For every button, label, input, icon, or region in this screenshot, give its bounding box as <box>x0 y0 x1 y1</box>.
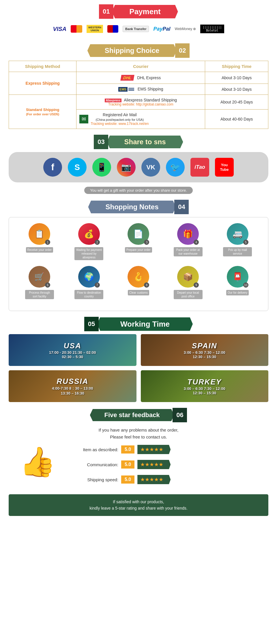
step-8-label: Clear customs <box>128 290 149 295</box>
shipping-header: Shipping Choice 02 <box>9 43 268 58</box>
steps-row-1: 📋1 Receive your order 💰2 Waiting for pay… <box>15 223 262 260</box>
step-7-icon: 🌍7 <box>78 266 100 288</box>
feedback-subtitle-2: Please feel free to contact us. <box>110 434 167 439</box>
airmail-name: Registered Air Mail(China post/epacket-o… <box>91 112 149 122</box>
col-courier: Courier <box>76 61 205 72</box>
ems-logo: EMS <box>118 87 134 92</box>
spain-card: SPAIN 3:00 – 6:30 7:30 – 12:00 12:30 – 1… <box>141 334 269 366</box>
maestro-icon <box>107 25 118 33</box>
spain-times: 3:00 – 6:30 7:30 – 12:00 <box>184 350 225 355</box>
rating-score-3: 5.0 <box>121 475 134 484</box>
ratings-col: Item as described: 5.0 ★★★★★ Communicati… <box>72 445 268 490</box>
thumbs-up-icon: 👍 <box>9 445 66 479</box>
turkey-times: 3:00 – 6:30 7:30 – 12:00 <box>184 386 225 391</box>
col-method: Shipping Method <box>9 61 76 72</box>
ems-time: About 3-10 Days <box>205 84 268 95</box>
share-section: 03 Share to sns f S 📱 📷 VK 🐦 iTao YouTub… <box>0 132 277 197</box>
working-grid: USA 17:00 - 20:30 21:30 – 02:00 02:30 – … <box>9 334 268 402</box>
feedback-header: Five star feedback 06 <box>9 408 268 422</box>
share-header: 03 Share to sns <box>9 135 268 149</box>
russia-times: 4:00-7:30 8：30 – 13:00 <box>52 386 93 391</box>
table-row: Standard Shipping(For order over USD5) A… <box>9 95 268 110</box>
rating-row-2: Communication: 5.0 ★★★★★ <box>72 460 268 469</box>
turkey-card: TURKEY 3:00 – 6:30 7:30 – 12:00 12:30 – … <box>141 370 269 402</box>
russia-card: RUSSIA 4:00-7:30 8：30 – 13:00 13:30 – 16… <box>9 370 136 402</box>
step-5: 🚐5 Pck up by mail service <box>223 223 252 260</box>
whatsapp-icon[interactable]: 📱 <box>92 158 111 177</box>
step-4-label: Pack your order at our warehouse <box>174 247 203 256</box>
ali-tracking: Tracking website: http://global.cainiao.… <box>79 102 202 106</box>
bank-transfer-icon: Bank Transfer <box>123 26 149 32</box>
feedback-section: Five star feedback 06 If you have any pr… <box>0 405 277 519</box>
usa-content: USA 17:00 - 20:30 21:30 – 02:00 02:30 – … <box>49 341 96 359</box>
working-header: 05 Working Time <box>9 317 268 331</box>
step-4-icon: 🎁4 <box>177 223 199 245</box>
notes-number: 04 <box>174 200 189 214</box>
vk-icon[interactable]: VK <box>141 158 160 177</box>
working-title: Working Time <box>97 317 193 331</box>
rating-label-2: Communication: <box>72 462 118 467</box>
step-1-icon: 📋1 <box>29 223 50 245</box>
social-icons-row: f S 📱 📷 VK 🐦 iTao YouTube <box>9 152 268 182</box>
step-5-icon: 🚐5 <box>227 223 248 245</box>
express-method: Express Shipping <box>9 72 76 95</box>
payment-icons-row: VISA WESTERNUNION Bank Transfer PayPal W… <box>6 22 271 36</box>
western-union-icon: WESTERNUNION <box>87 25 103 33</box>
payment-header: 01 Payment <box>6 4 271 19</box>
paypal-icon: PayPal <box>153 26 170 32</box>
webmoney-icon: WebMoney ⊕ <box>175 27 196 31</box>
shopping-notes-section: Shopping Notes 04 📋1 Receive your order … <box>0 197 277 314</box>
notes-header: Shopping Notes 04 <box>9 200 268 214</box>
rating-row-1: Item as described: 5.0 ★★★★★ <box>72 445 268 454</box>
rating-row-3: Shipping speed: 5.0 ★★★★★ <box>72 475 268 484</box>
feedback-number: 06 <box>173 408 187 422</box>
itao-icon[interactable]: iTao <box>190 158 209 177</box>
col-time: Shipping Time <box>205 61 268 72</box>
dhl-time: About 3-10 Days <box>205 72 268 84</box>
usa-times2: 02:30 – 5:30 <box>49 355 96 359</box>
dhl-logo: DHL <box>120 75 134 81</box>
payment-title: Payment <box>112 5 178 18</box>
step-7: 🌍7 Flow to destination country <box>74 266 103 299</box>
share-gift-text: You will get a gift with your order afte… <box>84 187 193 194</box>
shipping-table: Shipping Method Courier Shipping Time Ex… <box>9 61 268 129</box>
table-row: Express Shipping DHL DHL Express About 3… <box>9 72 268 84</box>
step-10: 📮10 Our for delivery <box>223 266 252 299</box>
airmail-courier: ✉ Registered Air Mail(China post/epacket… <box>76 110 205 129</box>
step-9-label: Depart your local post office <box>174 290 203 299</box>
standard-method: Standard Shipping(For order over USD5) <box>9 95 76 129</box>
step-10-label: Our for delivery <box>226 290 249 295</box>
step-4: 🎁4 Pack your order at our warehouse <box>174 223 203 260</box>
payment-number: 01 <box>99 4 113 19</box>
usa-card: USA 17:00 - 20:30 21:30 – 02:00 02:30 – … <box>9 334 136 366</box>
airmail-tracking: Tracking website: www.17track.net/en <box>91 122 149 126</box>
rating-score-1: 5.0 <box>121 445 134 454</box>
ali-time: About 20-45 Days <box>205 95 268 110</box>
turkey-times2: 12:30 – 15:30 <box>184 391 225 395</box>
step-3-label: Prepare your order <box>125 247 152 253</box>
feedback-title: Five star feedback <box>90 409 174 421</box>
rating-stars-3: ★★★★★ <box>137 475 171 484</box>
payment-section: 01 Payment VISA WESTERNUNION Bank Transf… <box>0 0 277 40</box>
rating-stars-1: ★★★★★ <box>137 445 171 454</box>
step-10-icon: 📮10 <box>227 266 248 288</box>
rating-score-2: 5.0 <box>121 460 134 469</box>
ali-name: Aliexpress Standard Shipping <box>124 98 177 102</box>
airmail-logo: ✉ <box>79 115 88 123</box>
turkey-content: TURKEY 3:00 – 6:30 7:30 – 12:00 12:30 – … <box>184 377 225 395</box>
skype-icon[interactable]: S <box>68 158 87 177</box>
standard-label: Standard Shipping(For order over USD5) <box>26 108 59 116</box>
shipping-number: 02 <box>175 43 190 58</box>
step-6: 🛒6 Process through sort facility <box>25 266 54 299</box>
twitter-icon[interactable]: 🐦 <box>166 158 185 177</box>
youtube-icon[interactable]: YouTube <box>215 158 234 177</box>
step-1: 📋1 Receive your order <box>25 223 54 260</box>
russia-content: RUSSIA 4:00-7:30 8：30 – 13:00 13:30 – 16… <box>52 377 93 395</box>
step-7-label: Flow to destination country <box>74 290 103 299</box>
instagram-icon[interactable]: 📷 <box>117 158 136 177</box>
facebook-icon[interactable]: f <box>43 158 62 177</box>
dhl-name: DHL Express <box>137 75 161 80</box>
dhl-courier: DHL DHL Express <box>76 72 205 84</box>
steps-row-2: 🛒6 Process through sort facility 🌍7 Flow… <box>15 266 262 299</box>
ems-name: EMS Shipping <box>138 87 163 91</box>
